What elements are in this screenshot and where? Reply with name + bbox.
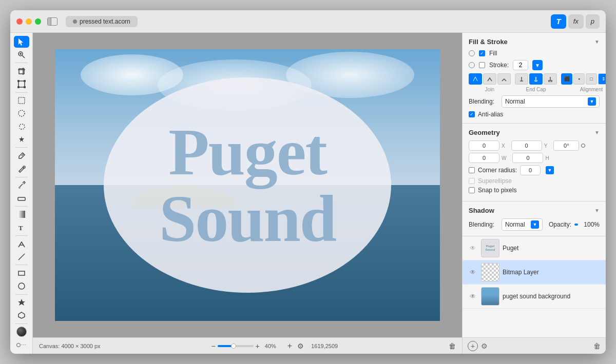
fx-tool-button[interactable]: fx: [568, 14, 584, 29]
angle-field[interactable]: 0°: [553, 140, 579, 151]
endcap-btn-round[interactable]: [529, 73, 543, 85]
corner-radius-arrow[interactable]: ▼: [546, 166, 554, 174]
rect-select-tool[interactable]: [14, 95, 29, 107]
p-tool-button[interactable]: p: [586, 14, 600, 29]
svg-text:T: T: [18, 224, 23, 232]
shadow-chevron[interactable]: ▼: [594, 208, 600, 213]
fill-color[interactable]: [14, 326, 29, 338]
join-btn-bevel[interactable]: [497, 73, 511, 85]
shadow-section: Shadow ▼ Blending: Normal ▼ Opacity: 100…: [463, 201, 606, 236]
fill-radio[interactable]: [469, 50, 475, 56]
line-tool[interactable]: [14, 251, 29, 262]
oval-tool[interactable]: [14, 280, 29, 292]
shadow-blending-select[interactable]: Normal ▼: [502, 218, 543, 231]
eraser-tool[interactable]: [14, 192, 29, 204]
layer-visibility-bg[interactable]: 👁: [468, 291, 478, 301]
join-endcap-row: Join: [469, 73, 600, 92]
shadow-blending-arrow[interactable]: ▼: [531, 220, 539, 229]
w-field[interactable]: 0: [469, 153, 499, 163]
layer-options-button[interactable]: ⚙: [481, 342, 488, 350]
titlebar-tools: T fx p: [551, 14, 600, 29]
layer-row-background[interactable]: 👁 puget sound background: [463, 285, 606, 309]
shadow-header: Shadow ▼: [469, 207, 600, 214]
shadow-opacity-slider[interactable]: [574, 224, 578, 226]
paint-tool[interactable]: [14, 163, 29, 174]
x-field[interactable]: 0: [469, 140, 499, 151]
zoom-level-label: 40%: [265, 343, 276, 349]
brush-tool[interactable]: [14, 179, 29, 191]
titlebar: pressed text.acorn T fx p: [10, 10, 606, 33]
magic-wand-tool[interactable]: [14, 133, 29, 145]
antialias-checkbox[interactable]: ✓: [469, 111, 475, 117]
add-layer-button[interactable]: +: [468, 341, 478, 351]
eyedropper-tool[interactable]: [14, 150, 29, 161]
zoom-tool[interactable]: [14, 49, 29, 60]
geometry-section: Geometry ▼ 0 X 0 Y 0° 0 W 0 H: [463, 124, 606, 201]
sidebar-toggle-icon[interactable]: [47, 17, 57, 26]
zoom-out-icon[interactable]: −: [211, 342, 215, 350]
stroke-value-input[interactable]: [513, 60, 528, 70]
layer-visibility-bitmap[interactable]: 👁: [468, 267, 478, 277]
corner-radius-field[interactable]: 0: [520, 165, 541, 175]
snap-checkbox[interactable]: [469, 187, 475, 193]
text-tool-button[interactable]: T: [551, 14, 566, 29]
fill-stroke-chevron[interactable]: ▼: [594, 39, 600, 45]
rect-tool[interactable]: [14, 267, 29, 279]
zoom-in-icon[interactable]: +: [256, 342, 260, 350]
stroke-stepper[interactable]: ▼: [532, 60, 543, 70]
geometry-chevron[interactable]: ▼: [594, 130, 600, 135]
fill-checkbox[interactable]: ✓: [479, 50, 485, 56]
blending-value: Normal: [505, 98, 525, 105]
antialias-label: Anti-alias: [478, 111, 503, 118]
canvas-wrapper[interactable]: Puget Sound: [33, 33, 462, 337]
h-field[interactable]: 0: [512, 153, 543, 163]
document-tab[interactable]: pressed text.acorn: [66, 16, 138, 27]
delete-layer-button[interactable]: 🗑: [593, 342, 601, 350]
gradient-tool[interactable]: [14, 209, 29, 220]
tool-options[interactable]: ⋯: [14, 339, 29, 351]
select-tool[interactable]: [14, 36, 29, 48]
crop-tool[interactable]: [14, 65, 29, 77]
align-btn-4[interactable]: ⇕: [598, 73, 606, 85]
text-tool[interactable]: T: [14, 221, 29, 233]
endcap-btn-butt[interactable]: [515, 73, 528, 85]
maximize-button[interactable]: [35, 18, 41, 25]
svg-point-12: [17, 87, 19, 88]
svg-point-17: [23, 166, 25, 168]
endcap-btn-square[interactable]: [544, 73, 557, 85]
minimize-button[interactable]: [26, 18, 32, 25]
canvas-image: Puget Sound: [55, 49, 440, 321]
layer-visibility-puget[interactable]: 👁: [468, 243, 478, 253]
transform-tool[interactable]: [14, 78, 29, 90]
superellipse-checkbox[interactable]: [469, 178, 475, 184]
blending-arrow[interactable]: ▼: [588, 97, 596, 106]
tool-separator-2: [15, 92, 28, 93]
fill-stroke-header: Fill & Stroke ▼: [469, 38, 600, 46]
pen-tool[interactable]: [14, 238, 29, 250]
settings-icon[interactable]: ⚙: [297, 342, 304, 350]
layer-row-puget[interactable]: 👁 PugetSound Puget: [463, 236, 606, 260]
join-btn-round[interactable]: [483, 73, 496, 85]
lasso-tool[interactable]: [14, 120, 29, 132]
align-btn-center[interactable]: ▪: [573, 73, 585, 85]
stroke-radio[interactable]: [469, 62, 475, 68]
join-btn-miter[interactable]: [469, 73, 482, 85]
oval-select-tool[interactable]: [14, 108, 29, 119]
polygon-tool[interactable]: [14, 310, 29, 321]
stroke-checkbox[interactable]: [479, 62, 485, 68]
status-bar: Canvas: 4000 × 3000 px − + 40% + ⚙ 1619,…: [33, 337, 462, 354]
close-button[interactable]: [16, 18, 23, 25]
svg-point-18: [18, 187, 21, 189]
y-field[interactable]: 0: [511, 140, 542, 151]
layer-row-bitmap[interactable]: 👁 Bitmap Layer: [463, 260, 606, 285]
align-btn-inside[interactable]: ⬛: [561, 73, 572, 85]
degree-indicator: [581, 144, 585, 148]
corner-radius-checkbox[interactable]: [469, 167, 475, 173]
trash-icon[interactable]: 🗑: [449, 342, 456, 350]
sound-text: Sound: [159, 185, 336, 252]
star-tool[interactable]: [14, 296, 29, 308]
zoom-slider[interactable]: [218, 345, 254, 347]
align-btn-outside[interactable]: □: [586, 73, 597, 85]
add-icon[interactable]: +: [287, 341, 292, 351]
blending-select[interactable]: Normal ▼: [502, 95, 600, 108]
